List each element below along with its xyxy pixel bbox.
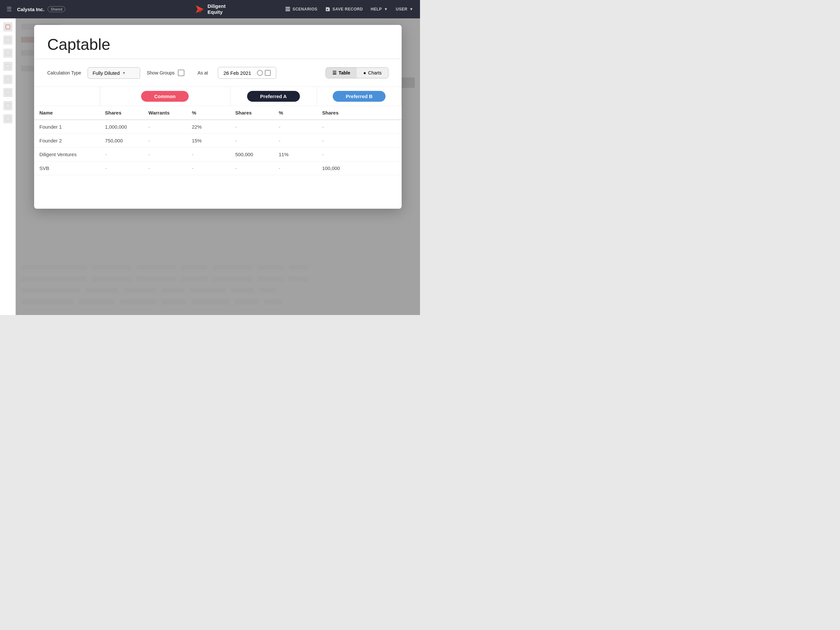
app-logo: Diligent Equity <box>194 3 226 15</box>
main-layout: Captable Calculation Type Fully Diluted … <box>0 18 420 315</box>
cell-pref_a_shares-2: 500,000 <box>230 148 273 161</box>
cell-pref_b_shares-1: - <box>317 134 402 148</box>
cell-pref_a_shares-3: - <box>230 161 273 175</box>
preferred-b-group-cell: Preferred B <box>317 87 402 106</box>
cell-pref_b_shares-3: 100,000 <box>317 161 402 175</box>
preferred-a-group-cell: Preferred A <box>230 87 317 106</box>
cell-common_warrants-1: - <box>143 134 186 148</box>
help-btn[interactable]: HELP ▼ <box>371 7 388 11</box>
cell-common_warrants-0: - <box>143 120 186 134</box>
hamburger-icon[interactable]: ☰ <box>6 6 12 13</box>
table-row[interactable]: Founder 2750,000-15%--- <box>34 134 402 148</box>
common-group-label-container: Common <box>105 91 225 102</box>
sidebar-item-3[interactable] <box>3 49 13 58</box>
modal-overlay: Captable Calculation Type Fully Diluted … <box>16 18 420 315</box>
sidebar-item-7[interactable] <box>3 101 13 110</box>
table-container: Common Preferred A <box>34 87 402 175</box>
save-record-btn[interactable]: SAVE RECORD <box>325 6 363 12</box>
shared-badge: Shared <box>47 6 65 12</box>
as-at-label: As at <box>197 70 208 76</box>
col-name: Name <box>34 106 100 120</box>
show-groups-area: Show Groups <box>147 69 185 76</box>
date-calendar-icon <box>265 70 271 76</box>
cell-common_shares-1: 750,000 <box>100 134 143 148</box>
calc-type-label: Calculation Type <box>47 70 81 76</box>
sidebar-item-8[interactable] <box>3 114 13 123</box>
cell-name-1: Founder 2 <box>34 134 100 148</box>
sidebar-item-4[interactable] <box>3 62 13 71</box>
date-picker-btn[interactable]: 26 Feb 2021 <box>218 67 276 79</box>
charts-icon: ● <box>363 70 366 76</box>
cell-pref_a_shares-1: - <box>230 134 273 148</box>
col-pref-a-shares: Shares <box>230 106 273 120</box>
topnav: ☰ Calysta Inc. Shared Diligent Equity SC… <box>0 0 420 18</box>
group-header-row: Common Preferred A <box>34 87 402 106</box>
dropdown-arrow-icon: ▼ <box>122 71 126 75</box>
cell-pref_a_pct-2: 11% <box>273 148 317 161</box>
content-area: Captable Calculation Type Fully Diluted … <box>16 18 420 315</box>
topnav-right: SCENARIOS SAVE RECORD HELP ▼ USER ▼ <box>285 6 414 12</box>
preferred-a-badge: Preferred A <box>247 91 300 102</box>
cell-name-0: Founder 1 <box>34 120 100 134</box>
table-body: Founder 11,000,000-22%---Founder 2750,00… <box>34 120 402 175</box>
cell-pref_b_shares-2: - <box>317 148 402 161</box>
modal-title: Captable <box>47 35 388 54</box>
charts-view-btn[interactable]: ● Charts <box>357 68 388 78</box>
name-group-cell <box>34 87 100 106</box>
table-row[interactable]: Founder 11,000,000-22%--- <box>34 120 402 134</box>
cell-name-3: SVB <box>34 161 100 175</box>
logo-icon <box>194 4 205 14</box>
cell-common_pct-3: - <box>187 161 230 175</box>
preferred-b-group-label-container: Preferred B <box>322 91 396 102</box>
modal-header: Captable <box>34 25 402 59</box>
user-btn[interactable]: USER ▼ <box>396 7 414 11</box>
cell-pref_a_pct-1: - <box>273 134 317 148</box>
date-icons <box>257 70 271 76</box>
svg-rect-3 <box>286 8 290 9</box>
view-toggle: ☰ Table ● Charts <box>325 67 388 79</box>
cell-common_pct-2: - <box>187 148 230 161</box>
show-groups-label: Show Groups <box>147 70 175 76</box>
table-row[interactable]: SVB-----100,000 <box>34 161 402 175</box>
preferred-a-group-label-container: Preferred A <box>235 91 312 102</box>
cell-name-2: Diligent Ventures <box>34 148 100 161</box>
col-pref-a-pct: % <box>273 106 317 120</box>
preferred-b-badge: Preferred B <box>333 91 386 102</box>
cell-common_shares-3: - <box>100 161 143 175</box>
sidebar-item-2[interactable] <box>3 35 13 45</box>
date-radio-icon <box>257 70 263 76</box>
date-value: 26 Feb 2021 <box>223 70 251 76</box>
calc-type-dropdown[interactable]: Fully Diluted ▼ <box>88 67 140 79</box>
calc-type-value: Fully Diluted <box>93 70 120 76</box>
logo-text: Diligent Equity <box>208 3 226 15</box>
cell-common_shares-2: - <box>100 148 143 161</box>
sidebar-item-5[interactable] <box>3 75 13 84</box>
table-view-btn[interactable]: ☰ Table <box>326 68 357 78</box>
cell-common_warrants-2: - <box>143 148 186 161</box>
cell-common_warrants-3: - <box>143 161 186 175</box>
svg-rect-2 <box>286 7 290 8</box>
sidebar-item-1[interactable] <box>3 22 13 32</box>
captable-toolbar: Calculation Type Fully Diluted ▼ Show Gr… <box>34 59 402 87</box>
cell-pref_b_shares-0: - <box>317 120 402 134</box>
sidebar-item-6[interactable] <box>3 88 13 97</box>
col-pref-b-shares: Shares <box>317 106 402 120</box>
captable-modal: Captable Calculation Type Fully Diluted … <box>34 25 402 209</box>
col-common-shares: Shares <box>100 106 143 120</box>
col-common-warrants: Warrants <box>143 106 186 120</box>
cell-common_pct-1: 15% <box>187 134 230 148</box>
company-name: Calysta Inc. <box>17 6 44 12</box>
table-row[interactable]: Diligent Ventures---500,00011%- <box>34 148 402 161</box>
cell-pref_a_pct-0: - <box>273 120 317 134</box>
cell-common_pct-0: 22% <box>187 120 230 134</box>
show-groups-checkbox[interactable] <box>178 69 185 76</box>
column-header-row: Name Shares Warrants % Shares % Shares <box>34 106 402 120</box>
table-icon: ☰ <box>332 70 337 76</box>
cell-pref_a_pct-3: - <box>273 161 317 175</box>
common-group-cell: Common <box>100 87 230 106</box>
svg-rect-4 <box>286 10 290 11</box>
cell-pref_a_shares-0: - <box>230 120 273 134</box>
col-common-pct: % <box>187 106 230 120</box>
scenarios-btn[interactable]: SCENARIOS <box>285 6 317 12</box>
common-badge: Common <box>141 91 189 102</box>
